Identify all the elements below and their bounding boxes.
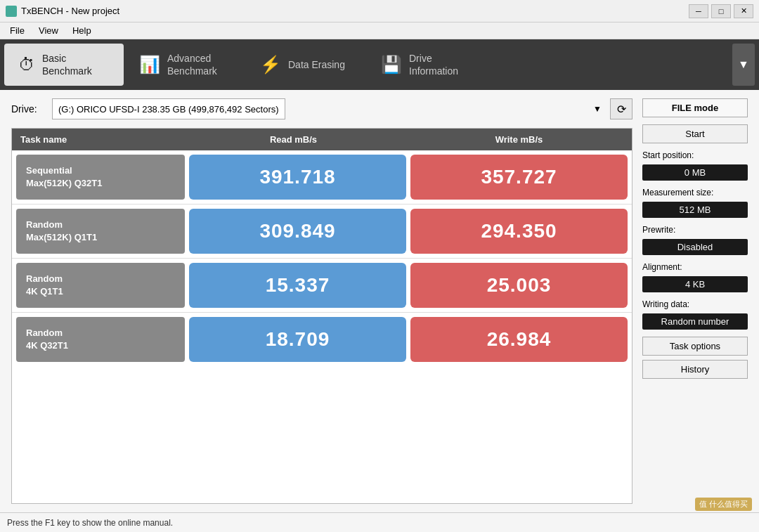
restore-button[interactable]: □ (711, 4, 731, 18)
writing-data-label: Writing data: (642, 299, 748, 309)
alignment-value: 4 KB (642, 276, 748, 292)
measurement-size-value: 512 MB (642, 202, 748, 218)
drive-row: Drive: (G:) ORICO UFSD-I 238.35 GB (499,… (11, 98, 632, 119)
watermark: 值 什么值得买 (695, 498, 752, 511)
table-row: Random 4K Q1T1 15.337 25.003 (12, 259, 632, 313)
file-mode-button[interactable]: FILE mode (642, 98, 748, 117)
drive-select-wrapper: (G:) ORICO UFSD-I 238.35 GB (499,876,492… (52, 98, 604, 119)
main-content: Drive: (G:) ORICO UFSD-I 238.35 GB (499,… (0, 90, 759, 512)
table-row: Random 4K Q32T1 18.709 26.984 (12, 313, 632, 366)
app-icon (6, 6, 17, 17)
advanced-benchmark-icon: 📊 (139, 55, 160, 74)
drive-select[interactable]: (G:) ORICO UFSD-I 238.35 GB (499,876,492… (52, 98, 285, 119)
start-position-label: Start position: (642, 150, 748, 160)
tab-basic-label: Basic Benchmark (42, 52, 92, 77)
read-value-sequential: 391.718 (189, 155, 406, 200)
tab-advanced-label: Advanced Benchmark (167, 52, 217, 77)
task-options-button[interactable]: Task options (642, 337, 748, 356)
write-value-sequential: 357.727 (410, 155, 628, 200)
history-button[interactable]: History (642, 360, 748, 379)
benchmark-table: Task name Read mB/s Write mB/s Sequentia… (11, 128, 632, 504)
menu-bar: File View Help (0, 22, 759, 39)
prewrite-value: Disabled (642, 239, 748, 255)
window-title: TxBENCH - New project (21, 6, 119, 16)
alignment-label: Alignment: (642, 262, 748, 272)
drive-label: Drive: (11, 103, 46, 115)
read-value-random-4k-q32: 18.709 (189, 317, 406, 362)
write-value-random-4k-q32: 26.984 (410, 317, 628, 362)
menu-help[interactable]: Help (65, 24, 98, 37)
drive-refresh-button[interactable]: ⟳ (610, 98, 632, 119)
left-panel: Drive: (G:) ORICO UFSD-I 238.35 GB (499,… (11, 98, 632, 504)
task-name-sequential: Sequential Max(512K) Q32T1 (16, 155, 185, 200)
drive-dropdown-arrow: ▼ (593, 104, 602, 114)
table-row: Sequential Max(512K) Q32T1 391.718 357.7… (12, 150, 632, 205)
task-name-random-4k-q1: Random 4K Q1T1 (16, 263, 185, 308)
title-bar: TxBENCH - New project ─ □ ✕ (0, 0, 759, 22)
right-panel: FILE mode Start Start position: 0 MB Mea… (642, 98, 748, 504)
task-name-random-4k-q32: Random 4K Q32T1 (16, 317, 185, 362)
table-row: Random Max(512K) Q1T1 309.849 294.350 (12, 205, 632, 259)
writing-data-value: Random number (642, 313, 748, 330)
start-position-value: 0 MB (642, 164, 748, 181)
header-task-name: Task name (12, 129, 181, 150)
minimize-button[interactable]: ─ (689, 4, 708, 18)
task-name-random-512k: Random Max(512K) Q1T1 (16, 209, 185, 254)
table-header: Task name Read mB/s Write mB/s (12, 129, 632, 150)
toolbar-more-button[interactable]: ▼ (732, 44, 755, 86)
tab-data-erasing[interactable]: ⚡ Data Erasing (246, 44, 365, 86)
title-bar-left: TxBENCH - New project (6, 6, 119, 17)
tab-advanced-benchmark[interactable]: 📊 Advanced Benchmark (125, 44, 245, 86)
header-write: Write mB/s (406, 129, 632, 150)
basic-benchmark-icon: ⏱ (18, 55, 35, 74)
start-button[interactable]: Start (642, 124, 748, 143)
toolbar: ⏱ Basic Benchmark 📊 Advanced Benchmark ⚡… (0, 39, 759, 90)
data-erasing-icon: ⚡ (260, 55, 281, 74)
tab-basic-benchmark[interactable]: ⏱ Basic Benchmark (4, 44, 124, 86)
title-bar-controls: ─ □ ✕ (689, 4, 753, 18)
status-text: Press the F1 key to show the online manu… (7, 518, 173, 528)
menu-file[interactable]: File (3, 24, 32, 37)
read-value-random-512k: 309.849 (189, 209, 406, 254)
read-value-random-4k-q1: 15.337 (189, 263, 406, 308)
tab-drive-label: Drive Information (409, 52, 458, 77)
measurement-size-label: Measurement size: (642, 188, 748, 197)
status-bar: Press the F1 key to show the online manu… (0, 512, 759, 532)
prewrite-label: Prewrite: (642, 225, 748, 235)
header-read: Read mB/s (181, 129, 406, 150)
write-value-random-512k: 294.350 (410, 209, 628, 254)
write-value-random-4k-q1: 25.003 (410, 263, 628, 308)
tab-erasing-label: Data Erasing (288, 58, 345, 71)
tab-drive-information[interactable]: 💾 Drive Information (367, 44, 486, 86)
menu-view[interactable]: View (32, 24, 65, 37)
drive-information-icon: 💾 (381, 55, 402, 74)
close-button[interactable]: ✕ (734, 4, 753, 18)
